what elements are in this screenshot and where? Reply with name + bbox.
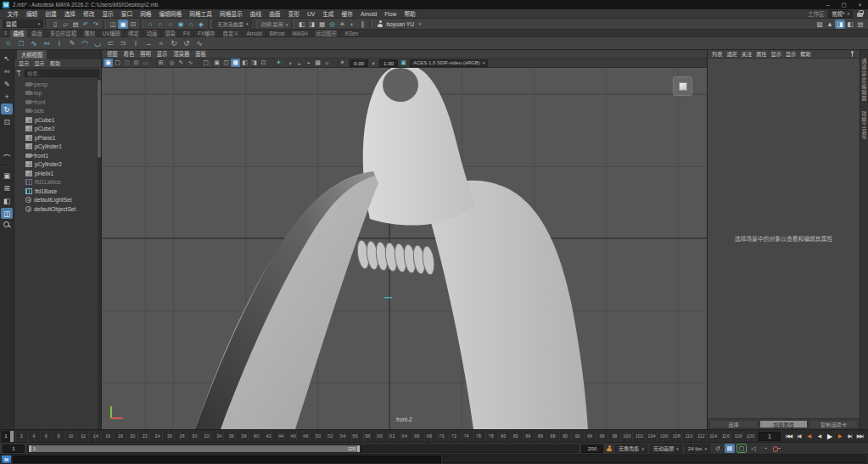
outliner-item[interactable]: ffd1Lattice: [14, 178, 101, 187]
colorspace-dropdown[interactable]: ACES 1.0 SDR-video (sRGB): [410, 59, 488, 67]
light-editor-icon[interactable]: ☀: [337, 20, 347, 29]
outliner-item[interactable]: pPlane1: [14, 133, 101, 143]
attribute-editor-menu-item[interactable]: 帮助: [800, 50, 810, 58]
smooth-shade-all-icon[interactable]: ▣: [212, 59, 221, 67]
menubar-item[interactable]: 网格显示: [216, 9, 247, 18]
menubar-item[interactable]: 帮助: [400, 9, 419, 18]
outliner-search-input[interactable]: [25, 70, 99, 77]
outliner-item[interactable]: pHelix1: [14, 169, 101, 178]
lasso-select-tool-icon[interactable]: ∾: [1, 65, 13, 76]
attach-curves-icon[interactable]: ⊂: [104, 38, 116, 49]
attribute-editor-menu-item[interactable]: 关注: [742, 50, 752, 58]
outliner-tab-title[interactable]: 大纲视图: [17, 50, 47, 59]
multisample-aa-icon[interactable]: ▩: [313, 59, 322, 67]
filter-icon[interactable]: [16, 70, 23, 76]
step-forward-key-button[interactable]: |▶: [835, 432, 844, 441]
snap-to-point-icon[interactable]: ∩: [165, 20, 176, 29]
outliner-menu-item[interactable]: 显示: [34, 59, 44, 67]
scrollbar-thumb[interactable]: [98, 80, 101, 158]
shelf-tab[interactable]: 曲面: [28, 30, 47, 37]
three-point-arc-icon[interactable]: ◠: [79, 38, 91, 49]
character-set-dropdown[interactable]: 无角色集: [615, 444, 647, 453]
anim-prefs-icon[interactable]: ◔: [760, 444, 770, 453]
hik-character-toggle-icon[interactable]: ▲: [825, 20, 835, 29]
rotate-tool-icon[interactable]: ↻: [1, 103, 13, 115]
last-tool-icon[interactable]: ⌒: [1, 151, 13, 162]
fps-dropdown[interactable]: 24 fps: [685, 444, 710, 453]
outliner-scrollbar[interactable]: [98, 78, 101, 429]
play-backwards-button[interactable]: ◀: [815, 432, 824, 441]
save-scene-icon[interactable]: ▤: [70, 20, 81, 29]
paint-effects-icon[interactable]: ∿: [186, 59, 195, 67]
panel-menu-item[interactable]: 着色: [124, 50, 135, 58]
camera-bookmarks-icon[interactable]: ▤: [132, 59, 141, 67]
ipr-render-icon[interactable]: ◨: [306, 20, 316, 29]
menu-set-dropdown[interactable]: 建模: [3, 20, 43, 28]
exposure-icon[interactable]: ☀: [338, 59, 347, 67]
mute-audio-icon[interactable]: ◁: [748, 444, 759, 453]
outliner-item[interactable]: pCylinder2: [14, 160, 101, 170]
command-input[interactable]: [13, 456, 441, 463]
current-frame-field[interactable]: [759, 432, 781, 441]
panel-menu-item[interactable]: 照明: [140, 50, 151, 58]
no-live-surface-indicator[interactable]: 无激活曲面: [213, 20, 252, 28]
shelf-menu-icon[interactable]: ≡: [2, 30, 10, 36]
go-to-start-button[interactable]: |◀◀: [784, 432, 793, 441]
reverse-curve-icon[interactable]: ↺: [181, 38, 193, 49]
outliner-item[interactable]: side: [14, 107, 101, 116]
panel-menu-item[interactable]: 视图: [107, 50, 118, 58]
go-to-end-button[interactable]: ▶▶|: [855, 432, 865, 441]
menubar-item[interactable]: 编辑网格: [155, 9, 186, 18]
ep-curve-tool-icon[interactable]: ∾: [41, 38, 53, 49]
snap-to-view-plane-icon[interactable]: ∩: [186, 20, 196, 29]
scale-tool-icon[interactable]: ⊡: [1, 116, 13, 127]
grease-pencil-icon[interactable]: ✎: [176, 59, 186, 67]
nurbs-square-icon[interactable]: □: [15, 38, 27, 49]
minimize-button[interactable]: –: [820, 0, 836, 9]
attribute-editor-button[interactable]: 复制选项卡: [809, 420, 858, 428]
fog-icon[interactable]: ≈: [322, 59, 332, 67]
workspace-dropdown[interactable]: 常规*: [828, 10, 853, 18]
camera-attributes-icon[interactable]: ◫: [122, 59, 132, 67]
step-back-frame-button[interactable]: |◀: [794, 432, 804, 441]
close-button[interactable]: ×: [852, 0, 868, 9]
make-live-icon[interactable]: ◈: [196, 20, 206, 29]
step-back-key-button[interactable]: ◀|: [804, 432, 814, 441]
playback-range-bar[interactable]: 1 120: [29, 445, 360, 452]
outliner-item[interactable]: ffd1Base: [14, 187, 101, 196]
snap-to-curve-icon[interactable]: ∩: [155, 20, 165, 29]
insert-knot-icon[interactable]: ≀: [130, 38, 142, 49]
pin-icon[interactable]: [848, 50, 855, 58]
shelf-tab[interactable]: UV编辑: [99, 30, 125, 37]
menubar-item[interactable]: 创建: [42, 9, 60, 18]
occlusion-icon[interactable]: ◒: [294, 59, 304, 67]
menubar-item[interactable]: Arnold: [356, 11, 380, 17]
pause-viewport-icon[interactable]: ∥: [357, 20, 367, 29]
outliner-item[interactable]: defaultObjectSet: [14, 204, 101, 214]
outliner-item[interactable]: front1: [14, 151, 101, 160]
xray-icon[interactable]: ◨: [249, 59, 259, 67]
menubar-item[interactable]: 曲线: [246, 9, 265, 18]
shelf-tab[interactable]: 曲线: [10, 30, 29, 37]
marker-bar[interactable]: [10, 431, 14, 442]
snap-to-projected-center-icon[interactable]: ◉: [176, 20, 186, 29]
attribute-editor-menu-item[interactable]: 列表: [712, 50, 722, 58]
undo-icon[interactable]: ↶: [81, 20, 91, 29]
sidebar-vertical-tab[interactable]: 建模工具包: [860, 111, 868, 140]
four-pane-layout-button[interactable]: ⊞: [1, 182, 13, 193]
outliner-persp-layout-button[interactable]: ◫: [1, 208, 13, 219]
menubar-item[interactable]: 选择: [60, 9, 79, 18]
2d-pan-zoom-icon[interactable]: ⊞: [156, 59, 165, 67]
extend-curve-icon[interactable]: →: [143, 38, 154, 49]
rebuild-curve-icon[interactable]: ↻: [168, 38, 180, 49]
redo-icon[interactable]: ↷: [91, 20, 101, 29]
animation-start-field[interactable]: [3, 444, 25, 453]
render-settings-icon[interactable]: ▦: [316, 20, 327, 29]
exposure-field[interactable]: [350, 59, 368, 67]
cv-curve-tool-icon[interactable]: ∿: [28, 38, 40, 49]
new-scene-icon[interactable]: ▯: [50, 20, 60, 29]
use-default-material-icon[interactable]: ◧: [240, 59, 249, 67]
shelf-tab[interactable]: Bifrost: [266, 31, 289, 36]
outliner-item[interactable]: pCube2: [14, 125, 101, 134]
shelf-tab[interactable]: 雕刻: [81, 30, 99, 37]
